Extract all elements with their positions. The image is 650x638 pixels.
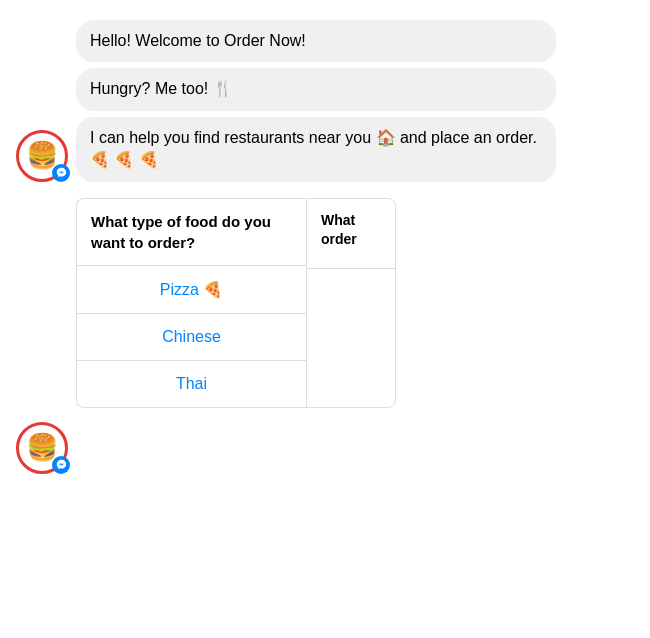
- bot-avatar-row-bottom: 🍔: [16, 422, 634, 474]
- messenger-badge-bottom: [52, 456, 70, 474]
- partial-card-header: What order: [307, 199, 395, 269]
- order-type-card: What order: [306, 198, 396, 408]
- bot-message-row-1: 🍔 Hello! Welcome to Order Now! Hungry? M…: [16, 20, 634, 182]
- option-pizza[interactable]: Pizza 🍕: [77, 266, 306, 314]
- bubble-help: I can help you find restaurants near you…: [76, 117, 556, 182]
- bubble-hungry: Hungry? Me too! 🍴: [76, 68, 556, 110]
- bot-messages-group: Hello! Welcome to Order Now! Hungry? Me …: [76, 20, 556, 182]
- bot-avatar-wrap-bottom: 🍔: [16, 422, 68, 474]
- card-header: What type of food do you want to order?: [77, 199, 306, 266]
- cards-row: What type of food do you want to order? …: [76, 198, 634, 408]
- bubble-welcome: Hello! Welcome to Order Now!: [76, 20, 556, 62]
- bot-avatar-wrap: 🍔: [16, 130, 68, 182]
- option-chinese[interactable]: Chinese: [77, 314, 306, 361]
- messenger-badge: [52, 164, 70, 182]
- option-thai[interactable]: Thai: [77, 361, 306, 407]
- food-type-card: What type of food do you want to order? …: [76, 198, 306, 408]
- chat-container: 🍔 Hello! Welcome to Order Now! Hungry? M…: [0, 0, 650, 638]
